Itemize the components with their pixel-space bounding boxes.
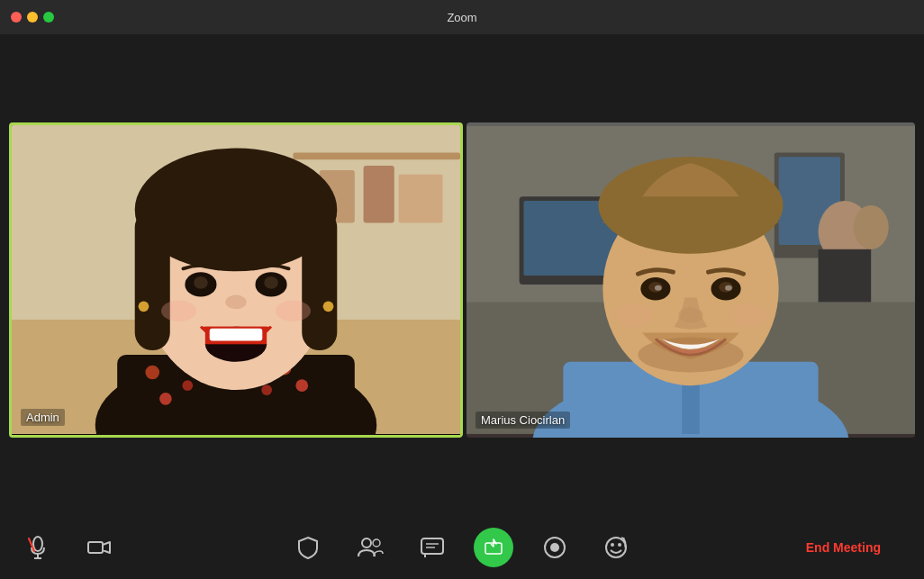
svg-rect-27 [210, 328, 263, 340]
maximize-button[interactable] [43, 12, 54, 23]
svg-rect-63 [88, 542, 103, 553]
svg-point-57 [614, 303, 653, 327]
minimize-button[interactable] [27, 12, 38, 23]
svg-point-29 [323, 301, 334, 312]
svg-point-12 [261, 384, 272, 395]
participant-name-admin: Admin [21, 409, 65, 426]
svg-point-58 [729, 303, 767, 327]
participants-icon [357, 535, 384, 560]
svg-point-28 [139, 301, 149, 312]
svg-point-65 [373, 539, 380, 547]
video-feed-marius [467, 122, 915, 438]
microphone-icon [25, 535, 50, 560]
video-grid: Admin [9, 122, 915, 438]
video-button[interactable] [79, 531, 119, 564]
toolbar-center [288, 528, 636, 567]
svg-point-72 [550, 543, 559, 552]
svg-point-30 [161, 300, 196, 321]
record-button[interactable] [535, 531, 575, 564]
svg-rect-5 [399, 174, 443, 222]
toolbar-left [18, 531, 119, 564]
close-button[interactable] [11, 12, 22, 23]
svg-rect-2 [293, 152, 460, 159]
title-bar: Zoom [0, 0, 924, 34]
chat-button[interactable] [412, 531, 452, 564]
reactions-button[interactable] [596, 531, 636, 564]
svg-point-74 [611, 543, 614, 547]
app-title: Zoom [447, 11, 476, 24]
share-screen-icon [484, 538, 503, 557]
svg-point-75 [618, 543, 621, 547]
marius-face-svg [467, 122, 915, 438]
svg-point-19 [140, 161, 333, 249]
svg-point-13 [295, 379, 308, 392]
video-icon [86, 535, 112, 560]
svg-point-56 [678, 307, 702, 323]
participants-button[interactable] [349, 531, 391, 564]
shield-icon [295, 535, 321, 560]
admin-face-svg [12, 125, 460, 435]
toolbar-wrapper: End Meeting [18, 531, 906, 564]
traffic-lights [11, 12, 54, 23]
svg-point-64 [362, 538, 371, 547]
end-meeting-button[interactable]: End Meeting [799, 537, 888, 558]
svg-point-8 [145, 365, 159, 379]
record-icon [542, 535, 567, 560]
security-button[interactable] [288, 531, 328, 564]
toolbar-right: End Meeting [799, 537, 888, 558]
svg-rect-4 [364, 166, 394, 222]
video-tile-marius[interactable]: Marius Ciocirlan [467, 122, 915, 438]
mute-button[interactable] [18, 531, 58, 564]
svg-point-59 [33, 537, 42, 551]
video-area: Admin [0, 34, 924, 516]
chat-icon [420, 535, 445, 560]
svg-point-10 [159, 392, 172, 404]
video-feed-admin [12, 125, 460, 435]
svg-point-54 [655, 285, 662, 290]
svg-point-9 [182, 380, 193, 391]
svg-point-55 [725, 285, 732, 290]
participant-name-marius: Marius Ciocirlan [476, 412, 570, 429]
svg-point-31 [276, 300, 311, 321]
video-tile-admin[interactable]: Admin [9, 122, 463, 438]
reactions-icon [603, 535, 629, 560]
toolbar: End Meeting [0, 516, 924, 579]
share-screen-button[interactable] [474, 528, 513, 567]
svg-rect-66 [421, 538, 443, 554]
svg-point-24 [225, 294, 246, 309]
svg-point-23 [264, 276, 278, 289]
svg-point-22 [194, 276, 208, 289]
